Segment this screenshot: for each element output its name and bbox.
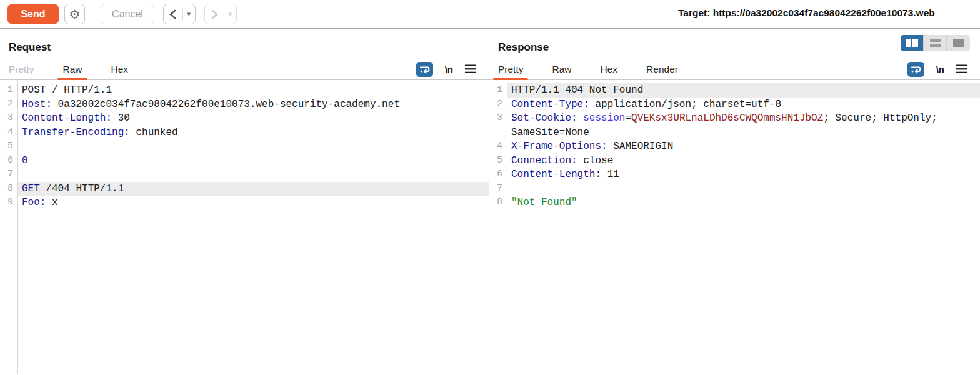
line-number: 7 bbox=[489, 182, 507, 196]
code-line[interactable]: 9Foo: x bbox=[0, 196, 489, 210]
code-text[interactable] bbox=[18, 168, 489, 182]
code-line[interactable]: 60 bbox=[0, 154, 489, 168]
line-number: 4 bbox=[0, 126, 18, 140]
code-text[interactable] bbox=[18, 139, 489, 154]
line-number: 1 bbox=[0, 83, 18, 98]
word-wrap-icon bbox=[416, 62, 433, 77]
code-text[interactable]: Foo: x bbox=[18, 196, 489, 210]
request-editor[interactable]: 1POST / HTTP/1.12Host: 0a32002c034f7ac98… bbox=[0, 80, 489, 374]
code-line[interactable]: 1HTTP/1.1 404 Not Found bbox=[489, 83, 980, 98]
layout-single-button[interactable] bbox=[947, 35, 970, 51]
forward-button[interactable]: ▾ bbox=[204, 4, 237, 24]
editor-menu-button[interactable] bbox=[956, 64, 968, 74]
chevron-right-icon bbox=[209, 8, 219, 21]
tab-hex[interactable]: Hex bbox=[111, 59, 129, 79]
code-line[interactable]: 5Connection: close bbox=[489, 154, 980, 168]
show-newlines-toggle[interactable]: \n bbox=[445, 64, 453, 74]
send-button[interactable]: Send bbox=[8, 4, 59, 24]
hamburger-menu-icon bbox=[465, 64, 476, 74]
code-text[interactable]: Content-Length: 11 bbox=[507, 168, 980, 182]
repeater-split-view: Request PrettyRawHex \n bbox=[0, 29, 980, 374]
code-text[interactable]: HTTP/1.1 404 Not Found bbox=[507, 83, 980, 98]
caret-down-icon[interactable]: ▾ bbox=[188, 10, 191, 18]
line-number: 7 bbox=[0, 168, 18, 182]
response-tabs: PrettyRawHexRender bbox=[498, 59, 707, 79]
code-line[interactable]: 8GET /404 HTTP/1.1 bbox=[0, 182, 489, 196]
tab-pretty[interactable]: Pretty bbox=[498, 59, 523, 79]
line-number: 8 bbox=[0, 182, 18, 196]
word-wrap-icon bbox=[908, 62, 924, 77]
response-panel: Response PrettyRawHexRender \n bbox=[489, 29, 980, 374]
gear-icon: ⚙ bbox=[69, 8, 81, 21]
show-newlines-toggle[interactable]: \n bbox=[936, 64, 944, 74]
response-tabbar: PrettyRawHexRender \n bbox=[489, 59, 980, 80]
code-text[interactable]: X-Frame-Options: SAMEORIGIN bbox=[507, 139, 980, 154]
line-number: 6 bbox=[489, 168, 507, 182]
line-number: 5 bbox=[0, 139, 18, 154]
code-line[interactable]: 3Set-Cookie: session=QVEKsx3URLnaLDhD6sC… bbox=[489, 111, 980, 139]
line-number: 1 bbox=[489, 83, 507, 98]
line-number: 5 bbox=[489, 154, 507, 168]
line-number: 9 bbox=[0, 196, 18, 210]
button-divider bbox=[182, 8, 183, 21]
code-line[interactable]: 1POST / HTTP/1.1 bbox=[0, 83, 489, 98]
code-text[interactable]: Transfer-Encoding: chunked bbox=[18, 126, 489, 140]
line-number: 6 bbox=[0, 154, 18, 168]
code-line[interactable]: 6Content-Length: 11 bbox=[489, 168, 980, 182]
word-wrap-toggle[interactable] bbox=[416, 62, 433, 77]
tab-raw[interactable]: Raw bbox=[62, 59, 82, 79]
line-number: 3 bbox=[0, 111, 18, 126]
code-line[interactable]: 7 bbox=[489, 182, 980, 196]
target-label: Target: bbox=[678, 8, 710, 18]
hamburger-menu-icon bbox=[956, 64, 968, 74]
code-text[interactable]: GET /404 HTTP/1.1 bbox=[18, 182, 489, 196]
code-text[interactable]: 0 bbox=[18, 154, 489, 168]
button-divider bbox=[224, 8, 224, 21]
code-line[interactable]: 7 bbox=[0, 168, 489, 182]
settings-button[interactable]: ⚙ bbox=[64, 4, 85, 24]
columns-layout-icon bbox=[906, 39, 911, 48]
tab-hex[interactable]: Hex bbox=[601, 59, 618, 79]
code-line[interactable]: 2Host: 0a32002c034f7ac98042262f00e10073.… bbox=[0, 98, 489, 112]
request-title: Request bbox=[9, 41, 489, 54]
code-line[interactable]: 2Content-Type: application/json; charset… bbox=[489, 98, 980, 112]
code-text[interactable]: Content-Type: application/json; charset=… bbox=[507, 98, 980, 112]
code-line[interactable]: 8"Not Found" bbox=[489, 196, 980, 210]
layout-rows-button[interactable] bbox=[924, 35, 947, 51]
rows-layout-icon bbox=[930, 39, 941, 47]
line-number: 2 bbox=[489, 98, 507, 112]
code-text[interactable] bbox=[507, 182, 980, 196]
back-button[interactable]: ▾ bbox=[163, 4, 196, 24]
toolbar: Send ⚙ Cancel ▾ ▾ Target: https://0a3200… bbox=[0, 0, 980, 29]
code-line[interactable]: 3Content-Length: 30 bbox=[0, 111, 489, 126]
code-text[interactable]: "Not Found" bbox=[507, 196, 980, 210]
editor-menu-button[interactable] bbox=[465, 64, 476, 74]
line-number: 3 bbox=[489, 111, 507, 139]
single-layout-icon bbox=[953, 39, 964, 48]
line-number: 2 bbox=[0, 98, 18, 112]
line-number: 8 bbox=[489, 196, 507, 210]
target-url: Target: https://0a32002c034f7ac98042262f… bbox=[678, 8, 935, 19]
code-text[interactable]: Host: 0a32002c034f7ac98042262f00e10073.w… bbox=[18, 98, 489, 112]
code-text[interactable]: Connection: close bbox=[507, 154, 980, 168]
target-value: https://0a32002c034f7ac98042262f00e10073… bbox=[713, 8, 935, 18]
code-text[interactable]: Set-Cookie: session=QVEKsx3URLnaLDhD6sCW… bbox=[507, 111, 980, 139]
line-number: 4 bbox=[489, 139, 507, 154]
code-text[interactable]: Content-Length: 30 bbox=[18, 111, 489, 126]
word-wrap-toggle[interactable] bbox=[908, 62, 924, 77]
layout-switch bbox=[901, 35, 970, 51]
code-text[interactable]: POST / HTTP/1.1 bbox=[18, 83, 489, 98]
caret-down-icon[interactable]: ▾ bbox=[229, 10, 232, 18]
tab-raw[interactable]: Raw bbox=[552, 59, 571, 79]
code-line[interactable]: 4X-Frame-Options: SAMEORIGIN bbox=[489, 139, 980, 154]
cancel-button[interactable]: Cancel bbox=[101, 4, 154, 24]
response-editor[interactable]: 1HTTP/1.1 404 Not Found2Content-Type: ap… bbox=[489, 80, 980, 374]
code-line[interactable]: 4Transfer-Encoding: chunked bbox=[0, 126, 489, 140]
tab-pretty[interactable]: Pretty bbox=[9, 59, 34, 79]
request-tabs: PrettyRawHex bbox=[9, 59, 157, 79]
code-line[interactable]: 5 bbox=[0, 139, 489, 154]
layout-columns-button[interactable] bbox=[901, 35, 924, 51]
tab-render[interactable]: Render bbox=[646, 59, 678, 79]
request-panel: Request PrettyRawHex \n bbox=[0, 29, 489, 374]
chevron-left-icon bbox=[168, 8, 178, 21]
